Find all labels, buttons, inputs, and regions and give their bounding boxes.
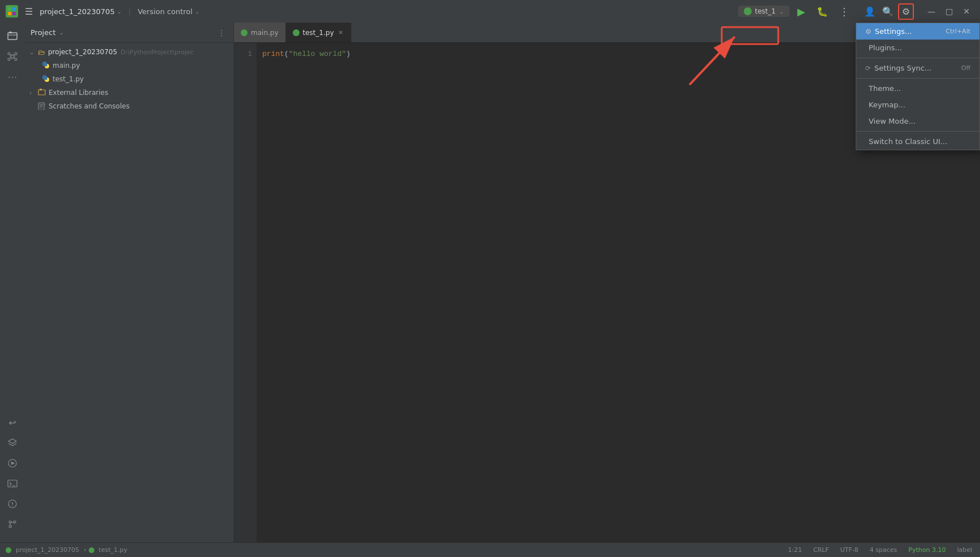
dropdown-item-plugins[interactable]: Plugins... <box>856 40 979 56</box>
statusbar-indent[interactable]: 4 spaces <box>868 545 900 555</box>
code-keyword-print: print <box>262 49 284 60</box>
svg-point-10 <box>15 58 17 60</box>
tree-item-main-py[interactable]: main.py <box>25 59 233 72</box>
root-folder-path: D:\PythonProject\projec <box>120 49 193 56</box>
svg-rect-4 <box>8 33 17 40</box>
svg-rect-31 <box>38 90 45 95</box>
project-tree: ⌄ 🗁 project_1_20230705 D:\PythonProject\… <box>25 43 233 542</box>
dropdown-item-sync-left: ⟳ Settings Sync... <box>865 64 931 72</box>
svg-rect-0 <box>8 7 11 11</box>
project-chevron-icon: ⌄ <box>117 8 122 15</box>
project-panel-title-label: Project <box>31 28 55 37</box>
statusbar-line-ending[interactable]: CRLF <box>811 545 831 555</box>
project-panel-options-button[interactable]: ⋮ <box>215 27 228 38</box>
statusbar-file-name[interactable]: test_1.py <box>97 545 130 555</box>
dropdown-settings-label: Settings... <box>875 27 912 36</box>
dropdown-sync-label: Settings Sync... <box>874 64 931 72</box>
svg-point-27 <box>45 63 47 66</box>
dropdown-item-classic-ui[interactable]: Switch to Classic UI... <box>856 133 979 150</box>
statusbar-position[interactable]: 1:21 <box>786 545 804 555</box>
svg-point-9 <box>8 58 10 60</box>
svg-rect-32 <box>40 89 42 90</box>
maximize-button[interactable]: □ <box>941 5 957 18</box>
main-py-icon <box>42 61 50 71</box>
tree-item-test-py[interactable]: test_1.py <box>25 72 233 86</box>
statusbar-py-icon <box>6 547 11 553</box>
left-sidebar: ··· ↩ <box>0 23 25 542</box>
sidebar-item-run[interactable] <box>3 454 21 472</box>
tab-main-py-label: main.py <box>251 29 279 37</box>
dropdown-classic-label: Switch to Classic UI... <box>869 137 947 146</box>
statusbar-encoding[interactable]: UTF-8 <box>838 545 861 555</box>
sidebar-item-project[interactable] <box>3 27 21 45</box>
app-logo <box>6 5 18 18</box>
scratches-icon <box>38 102 46 111</box>
svg-point-7 <box>8 53 10 55</box>
svg-point-30 <box>45 77 47 80</box>
svg-line-11 <box>10 55 11 56</box>
sidebar-item-problems[interactable] <box>3 495 21 513</box>
sidebar-item-structure[interactable] <box>3 47 21 66</box>
ext-libs-name: External Libraries <box>49 89 108 97</box>
test-py-name: test_1.py <box>53 75 84 83</box>
sidebar-item-terminal[interactable] <box>3 475 21 493</box>
settings-button[interactable]: ⚙ <box>898 3 914 20</box>
svg-point-21 <box>12 506 13 507</box>
run-config-py-icon <box>744 7 752 15</box>
statusbar-project-name[interactable]: project_1_20230705 <box>14 545 81 555</box>
dropdown-theme-label: Theme... <box>869 84 901 93</box>
code-close-paren: ) <box>346 49 350 60</box>
ext-libs-icon <box>38 88 46 98</box>
sidebar-item-layers[interactable] <box>3 434 21 452</box>
minimize-button[interactable]: — <box>923 5 940 18</box>
sidebar-item-git[interactable] <box>3 515 21 533</box>
dropdown-item-keymap[interactable]: Keymap... <box>856 97 979 113</box>
titlebar-right-actions: 👤 🔍 ⚙ <box>862 3 914 20</box>
root-folder-icon: 🗁 <box>38 48 45 56</box>
dropdown-item-settings-sync[interactable]: ⟳ Settings Sync... Off <box>856 60 979 76</box>
dropdown-item-theme[interactable]: Theme... <box>856 80 979 97</box>
more-actions-button[interactable]: ⋮ <box>836 5 853 19</box>
statusbar: project_1_20230705 › test_1.py 1:21 CRLF… <box>0 542 980 557</box>
tab-test-py-close-button[interactable]: ✕ <box>337 29 344 36</box>
statusbar-label[interactable]: label <box>955 545 974 555</box>
dropdown-item-settings[interactable]: ⚙ Settings... Ctrl+Alt <box>856 23 979 40</box>
run-button[interactable]: ▶ <box>794 5 809 19</box>
profile-button[interactable]: 👤 <box>862 4 878 19</box>
scratches-name: Scratches and Consoles <box>49 102 129 110</box>
sidebar-item-more[interactable]: ··· <box>3 68 21 86</box>
code-open-paren: ( <box>284 49 289 60</box>
svg-line-13 <box>10 58 11 59</box>
dropdown-viewmode-label: View Mode... <box>869 117 916 125</box>
statusbar-project-section: project_1_20230705 › test_1.py <box>6 545 129 555</box>
svg-rect-3 <box>12 12 16 15</box>
test-py-icon <box>42 75 50 84</box>
search-button[interactable]: 🔍 <box>880 4 896 19</box>
run-config-selector[interactable]: test_1 ⌄ <box>738 6 790 17</box>
debug-button[interactable]: 🐛 <box>813 5 831 18</box>
dropdown-item-viewmode[interactable]: View Mode... <box>856 113 979 129</box>
version-control-menu[interactable]: Version control ⌄ <box>138 7 200 16</box>
dropdown-item-theme-left: Theme... <box>865 84 901 93</box>
tree-item-scratches[interactable]: Scratches and Consoles <box>25 99 233 113</box>
project-switcher[interactable]: project_1_20230705 ⌄ <box>40 7 122 16</box>
sidebar-item-vcs[interactable]: ↩ <box>3 414 21 432</box>
dropdown-separator-3 <box>856 131 979 132</box>
close-button[interactable]: ✕ <box>959 5 974 18</box>
tree-item-root[interactable]: ⌄ 🗁 project_1_20230705 D:\PythonProject\… <box>25 45 233 59</box>
statusbar-file-py-icon <box>89 547 94 553</box>
window-controls: — □ ✕ <box>923 5 974 18</box>
statusbar-python-version[interactable]: Python 3.10 <box>906 545 948 555</box>
project-panel: Project ⌄ ⋮ ⌄ 🗁 project_1_20230705 D:\Py… <box>25 23 234 542</box>
project-panel-title-button[interactable]: Project ⌄ <box>31 28 64 37</box>
run-config-chevron-icon: ⌄ <box>779 8 783 15</box>
tree-item-external-libs[interactable]: › External Libraries <box>25 86 233 99</box>
code-string-hello: "hello world" <box>289 49 346 60</box>
hamburger-menu-button[interactable]: ☰ <box>23 5 35 18</box>
vc-chevron-icon: ⌄ <box>195 8 200 15</box>
svg-line-12 <box>14 55 15 56</box>
separator: | <box>128 7 131 16</box>
tab-main-py[interactable]: main.py <box>234 23 286 43</box>
tab-test-py[interactable]: test_1.py ✕ <box>286 23 352 43</box>
dropdown-separator-1 <box>856 58 979 58</box>
